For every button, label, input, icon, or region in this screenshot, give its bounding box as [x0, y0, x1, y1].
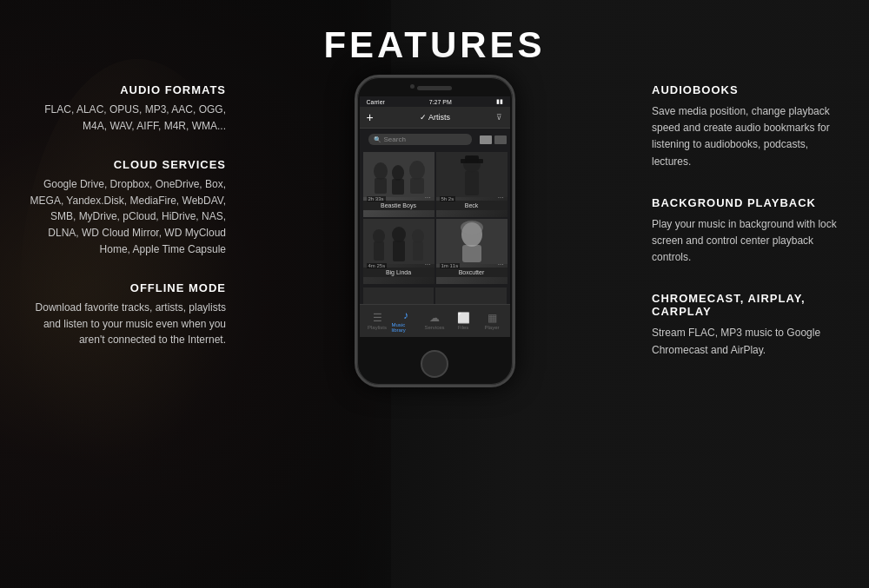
boxcutter-more[interactable]: ···	[498, 261, 504, 268]
svg-point-22	[461, 221, 483, 235]
svg-point-17	[412, 229, 424, 243]
nav-add-button[interactable]: +	[367, 110, 374, 124]
time-text: 7:27 PM	[429, 99, 452, 105]
phone-mockup: Carrier 7:27 PM ▮▮ + ✓ Artists ⊽	[355, 75, 515, 387]
page-title: FEATURES	[0, 0, 869, 83]
audiobooks-block: AUDIOBOOKS Save media position, change p…	[652, 83, 843, 170]
cloud-services-title: CLOUD SERVICES	[26, 158, 226, 171]
svg-point-1	[374, 162, 388, 180]
nav-title: ✓ Artists	[420, 113, 450, 122]
beck-time: 5h 2s	[440, 196, 456, 202]
content-area: AUDIO FORMATS FLAC, ALAC, OPUS, MP3, AAC…	[0, 83, 869, 588]
svg-point-13	[373, 229, 385, 243]
search-icon: 🔍	[374, 136, 381, 143]
artist-cell-beck[interactable]: 5h 2s ··· Beck	[436, 152, 507, 217]
chromecast-desc: Stream FLAC, MP3 music to Google Chromec…	[652, 325, 843, 358]
files-icon: ⬜	[457, 312, 470, 324]
audio-formats-desc: FLAC, ALAC, OPUS, MP3, AAC, OGG, M4A, WA…	[26, 102, 226, 134]
music-library-label: Music library	[392, 322, 421, 333]
list-view-toggle[interactable]	[494, 135, 507, 144]
tab-services[interactable]: ☁ Services	[421, 312, 449, 330]
tab-playlists[interactable]: ☰ Playlists	[363, 312, 392, 330]
tab-player[interactable]: ▦ Player	[478, 312, 507, 330]
svg-rect-2	[375, 178, 387, 194]
offline-mode-title: OFFLINE MODE	[26, 281, 226, 294]
svg-rect-11	[465, 171, 479, 195]
services-label: Services	[424, 325, 444, 330]
tab-files[interactable]: ⬜ Files	[449, 312, 478, 330]
boxcutter-label[interactable]: Boxcutter	[436, 268, 507, 277]
offline-mode-desc: Download favorite tracks, artists, playl…	[26, 300, 226, 348]
audiobooks-desc: Save media position, change playback spe…	[652, 103, 843, 170]
nav-bar: + ✓ Artists ⊽	[360, 107, 510, 129]
svg-rect-21	[462, 245, 481, 262]
search-placeholder: Search	[384, 135, 467, 143]
nav-check: ✓	[420, 113, 427, 122]
beck-label[interactable]: Beck	[436, 201, 507, 210]
phone-screen: Carrier 7:27 PM ▮▮ + ✓ Artists ⊽	[360, 96, 510, 337]
player-label: Player	[484, 325, 499, 330]
svg-rect-4	[392, 179, 404, 195]
svg-rect-6	[410, 178, 424, 194]
page-container: FEATURES AUDIO FORMATS FLAC, ALAC, OPUS,…	[0, 0, 869, 588]
background-playback-block: BACKGROUND PLAYBACK Play your music in b…	[652, 196, 843, 267]
music-grid: 2h 33s ··· Beastie Boys	[360, 150, 510, 286]
audio-formats-block: AUDIO FORMATS FLAC, ALAC, OPUS, MP3, AAC…	[26, 83, 226, 134]
services-icon: ☁	[429, 312, 440, 324]
home-button[interactable]	[421, 350, 448, 378]
player-icon: ▦	[488, 312, 497, 324]
files-label: Files	[458, 325, 469, 330]
phone-container: Carrier 7:27 PM ▮▮ + ✓ Artists ⊽	[243, 75, 626, 387]
beastie-boys-more[interactable]: ···	[425, 194, 431, 202]
audiobooks-title: AUDIOBOOKS	[652, 83, 843, 96]
search-bar[interactable]: 🔍 Search	[368, 134, 472, 145]
phone-speaker	[417, 86, 452, 90]
artist-cell-beastie-boys[interactable]: 2h 33s ··· Beastie Boys	[363, 152, 434, 217]
svg-point-5	[409, 161, 425, 180]
view-toggles	[480, 135, 507, 144]
carrier-text: Carrier	[367, 99, 385, 105]
boxcutter-art	[436, 219, 507, 264]
big-linda-label[interactable]: Big Linda	[363, 268, 434, 277]
status-bar: Carrier 7:27 PM ▮▮	[360, 96, 510, 107]
chromecast-title: CHROMECAST, AIRPLAY, CARPLAY	[652, 292, 843, 318]
beck-more[interactable]: ···	[498, 194, 504, 202]
beastie-boys-time: 2h 33s	[367, 196, 386, 202]
playlists-icon: ☰	[373, 312, 382, 324]
big-linda-art	[363, 219, 434, 264]
big-linda-more[interactable]: ···	[425, 261, 431, 268]
nav-filter-button[interactable]: ⊽	[496, 113, 502, 122]
grid-view-toggle[interactable]	[480, 135, 492, 144]
beastie-boys-art	[363, 152, 434, 197]
artist-cell-big-linda[interactable]: 4m 25s ··· Big Linda	[363, 219, 434, 284]
cloud-services-desc: Google Drive, Dropbox, OneDrive, Box, ME…	[26, 176, 226, 257]
beastie-boys-label[interactable]: Beastie Boys	[363, 201, 434, 210]
beck-art	[436, 152, 507, 197]
background-playback-desc: Play your music in background with lock …	[652, 216, 843, 267]
phone-camera	[410, 84, 415, 89]
svg-point-3	[392, 165, 404, 181]
chromecast-block: CHROMECAST, AIRPLAY, CARPLAY Stream FLAC…	[652, 292, 843, 358]
svg-point-15	[392, 227, 406, 242]
playlists-label: Playlists	[368, 325, 387, 330]
audio-formats-title: AUDIO FORMATS	[26, 83, 226, 96]
search-row: 🔍 Search	[360, 129, 510, 150]
battery-icon: ▮▮	[496, 98, 503, 105]
offline-mode-block: OFFLINE MODE Download favorite tracks, a…	[26, 281, 226, 348]
big-linda-time: 4m 25s	[367, 263, 388, 268]
extra-cell-1	[363, 287, 434, 305]
right-column: AUDIOBOOKS Save media position, change p…	[626, 83, 843, 385]
extra-cell-2	[435, 287, 507, 305]
svg-rect-16	[393, 241, 405, 261]
status-right: ▮▮	[496, 98, 503, 105]
boxcutter-time: 1m 11s	[440, 263, 461, 268]
svg-rect-18	[413, 241, 423, 261]
background-playback-title: BACKGROUND PLAYBACK	[652, 196, 843, 209]
tab-music-library[interactable]: ♪ Music library	[392, 309, 421, 333]
bottom-tabs: ☰ Playlists ♪ Music library ☁ Services	[360, 304, 510, 337]
artist-cell-boxcutter[interactable]: 1m 11s ··· Boxcutter	[436, 219, 507, 284]
nav-artists-label: Artists	[428, 113, 450, 122]
svg-rect-10	[465, 155, 479, 162]
svg-rect-14	[374, 241, 384, 261]
cloud-services-block: CLOUD SERVICES Google Drive, Dropbox, On…	[26, 158, 226, 257]
